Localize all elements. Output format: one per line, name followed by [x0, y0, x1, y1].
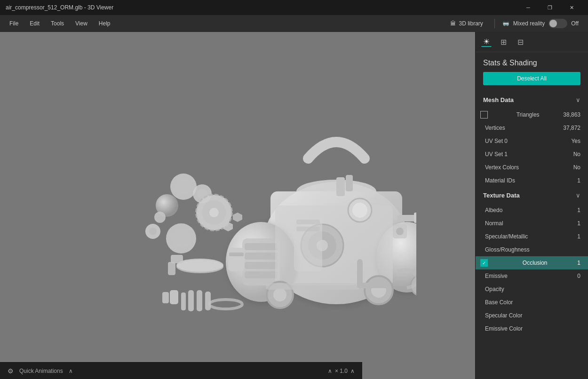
- up-arrow-1: ∧: [69, 368, 73, 374]
- svg-rect-7: [245, 262, 278, 269]
- mixed-reality-state: Off: [571, 20, 579, 27]
- uvset1-value: No: [573, 151, 580, 158]
- library-icon: 🏛: [450, 20, 456, 27]
- occlusion-label: Occlusion: [523, 260, 548, 266]
- albedo-value: 1: [577, 207, 580, 213]
- minimize-button[interactable]: ─: [517, 0, 539, 15]
- table-row: Base Color: [476, 296, 588, 309]
- svg-rect-22: [414, 213, 416, 223]
- svg-marker-53: [233, 213, 242, 222]
- mesh-data-title: Mesh Data: [483, 96, 514, 103]
- panel-title: Stats & Shading: [476, 52, 588, 72]
- menu-view[interactable]: View: [70, 17, 93, 30]
- panel-grid-icon[interactable]: ⊞: [498, 37, 509, 47]
- menu-help[interactable]: Help: [93, 17, 116, 30]
- vertex-colors-value: No: [573, 164, 580, 171]
- material-ids-label: Material IDs: [485, 177, 515, 184]
- uvset0-label: UV Set 0: [485, 138, 508, 144]
- opacity-label: Opacity: [485, 286, 504, 292]
- zoom-up-icon: ∧: [328, 368, 332, 374]
- svg-rect-44: [162, 292, 169, 303]
- table-row: Albedo 1: [476, 204, 588, 217]
- svg-point-38: [154, 212, 166, 223]
- mixed-reality-icon: 🥽: [502, 20, 509, 27]
- window-title: air_compressor_512_ORM.glb - 3D Viewer: [6, 4, 113, 11]
- svg-rect-41: [205, 292, 211, 310]
- mesh-data-chevron: ∨: [576, 96, 580, 103]
- svg-point-35: [209, 300, 242, 309]
- emissive-label: Emissive: [485, 273, 508, 279]
- zoom-control: ∧ × 1.0 ∧: [328, 368, 355, 374]
- menu-edit[interactable]: Edit: [24, 17, 45, 30]
- uvset0-value: Yes: [571, 138, 580, 144]
- svg-rect-56: [296, 220, 320, 224]
- 3d-viewport[interactable]: ⚙ Quick Animations ∧ ∧ × 1.0 ∧: [0, 32, 475, 379]
- panel-sun-icon[interactable]: ☀: [481, 37, 492, 47]
- table-row: Specular Color: [476, 309, 588, 322]
- table-row: Material IDs 1: [476, 174, 588, 187]
- menu-tools[interactable]: Tools: [45, 17, 70, 30]
- svg-rect-43: [170, 290, 178, 304]
- texture-data-chevron: ∨: [576, 192, 580, 199]
- svg-point-46: [175, 179, 191, 195]
- svg-point-34: [176, 259, 223, 272]
- svg-point-20: [352, 203, 367, 218]
- title-bar: air_compressor_512_ORM.glb - 3D Viewer ─…: [0, 0, 588, 15]
- table-row[interactable]: Occlusion 1: [476, 256, 588, 269]
- normal-label: Normal: [485, 220, 503, 227]
- close-button[interactable]: ✕: [561, 0, 582, 15]
- table-row: Specular/Metallic 1: [476, 230, 588, 243]
- zoom-up-arrow2: ∧: [350, 368, 355, 374]
- svg-rect-39: [188, 290, 194, 311]
- menu-file[interactable]: File: [4, 17, 24, 30]
- quick-animations-icon: ⚙: [8, 367, 14, 375]
- zoom-value: × 1.0: [335, 368, 348, 374]
- svg-rect-23: [336, 177, 345, 196]
- emissive-color-label: Emissive Color: [485, 325, 523, 332]
- vertex-colors-label: Vertex Colors: [485, 164, 519, 171]
- svg-rect-54: [266, 283, 360, 290]
- menu-bar: File Edit Tools View Help 🏛 3D library 🥽…: [0, 15, 588, 32]
- table-row: Emissive Color: [476, 322, 588, 335]
- mixed-reality-toggle[interactable]: [548, 19, 567, 28]
- toggle-knob: [549, 20, 557, 27]
- quick-animations-label: Quick Animations: [19, 368, 63, 374]
- table-row: Emissive 0: [476, 269, 588, 283]
- svg-point-37: [149, 228, 157, 235]
- svg-point-59: [396, 228, 404, 235]
- svg-rect-25: [228, 248, 245, 271]
- svg-rect-40: [197, 290, 202, 311]
- base-color-label: Base Color: [485, 299, 513, 306]
- svg-rect-57: [296, 227, 320, 231]
- normal-value: 1: [577, 220, 580, 227]
- panel-grid2-icon[interactable]: ⊟: [515, 37, 525, 47]
- table-row: Gloss/Roughness: [476, 243, 588, 256]
- svg-point-29: [209, 208, 219, 217]
- restore-button[interactable]: ❐: [539, 0, 561, 15]
- table-row: Normal 1: [476, 217, 588, 230]
- triangles-value: 38,863: [563, 111, 580, 118]
- table-row[interactable]: Triangles 38,863: [476, 108, 588, 121]
- uvset1-label: UV Set 1: [485, 151, 508, 158]
- gloss-roughness-label: Gloss/Roughness: [485, 246, 530, 253]
- triangles-checkbox[interactable]: [480, 111, 488, 118]
- svg-point-31: [172, 229, 191, 248]
- occlusion-checkbox[interactable]: [480, 259, 488, 267]
- svg-rect-24: [346, 175, 353, 191]
- svg-rect-42: [181, 292, 186, 310]
- library-label: 3D library: [459, 20, 483, 27]
- mesh-data-header[interactable]: Mesh Data ∨: [476, 92, 588, 108]
- svg-rect-51: [168, 262, 175, 275]
- menu-items: File Edit Tools View Help: [4, 17, 116, 30]
- table-row: Vertex Colors No: [476, 161, 588, 174]
- occlusion-value: 1: [577, 260, 580, 266]
- svg-rect-5: [245, 243, 278, 250]
- texture-data-header[interactable]: Texture Data ∨: [476, 187, 588, 204]
- vertices-label: Vertices: [485, 125, 505, 131]
- panel-toolbar: ☀ ⊞ ⊟: [476, 32, 588, 52]
- deselect-all-button[interactable]: Deselect All: [483, 72, 580, 85]
- library-button[interactable]: 🏛 3D library: [446, 18, 486, 29]
- model-area: [0, 32, 475, 379]
- model-svg: [59, 74, 416, 337]
- menu-separator: [494, 19, 495, 28]
